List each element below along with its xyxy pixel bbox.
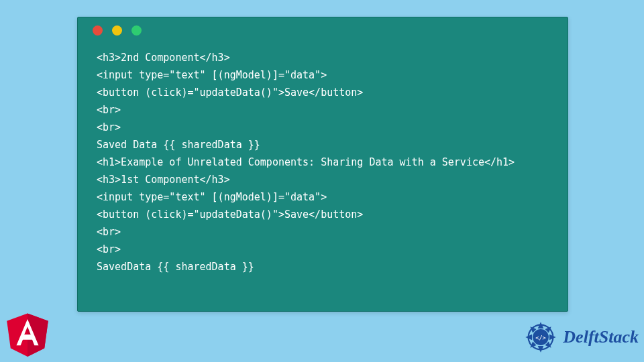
delftstack-logo: </> DelftStack [523,319,639,355]
maximize-icon [131,25,142,36]
close-icon [93,25,103,36]
minimize-icon [112,25,122,36]
code-window: <h3>2nd Component</h3> <input type="text… [77,17,568,312]
delftstack-badge-icon: </> [523,319,559,355]
angular-logo-icon [4,308,51,358]
code-block: <h3>2nd Component</h3> <input type="text… [78,41,568,289]
delftstack-name: DelftStack [563,327,639,347]
svg-text:</>: </> [536,335,547,341]
window-controls [78,17,568,41]
